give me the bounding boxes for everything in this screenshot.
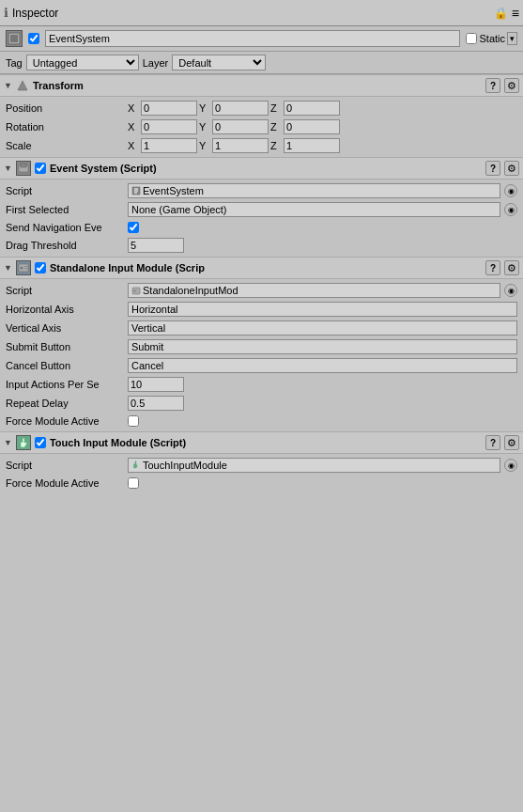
es-script-field[interactable]: EventSystem	[128, 183, 500, 198]
es-drag-threshold-label: Drag Threshold	[6, 240, 128, 251]
pos-y-label: Y	[199, 102, 210, 114]
scale-y-field[interactable]: 1	[212, 138, 269, 153]
svg-rect-12	[24, 268, 27, 269]
tag-select[interactable]: Untagged	[26, 55, 139, 70]
scale-label: Scale	[6, 140, 128, 151]
object-name-field[interactable]: EventSystem	[45, 30, 460, 47]
tim-script-picker[interactable]: ◉	[504, 459, 517, 472]
sim-submit-values: Submit	[128, 339, 517, 354]
event-system-section-header[interactable]: ▼ Event System (Script) ? ⚙	[0, 157, 523, 180]
tim-script-value: TouchInputModule	[143, 460, 227, 471]
es-send-nav-checkbox[interactable]	[128, 222, 139, 233]
touch-gear[interactable]: ⚙	[504, 435, 519, 450]
es-send-nav-values	[128, 222, 517, 233]
event-system-gear[interactable]: ⚙	[504, 161, 519, 176]
transform-section-header[interactable]: ▼ Transform ? ⚙	[0, 74, 523, 97]
pos-z-field[interactable]: 0	[284, 101, 340, 116]
tag-layer-bar: Tag Untagged Layer Default	[0, 52, 523, 74]
tim-force-label: Force Module Active	[6, 477, 128, 489]
position-values: X 0 Y 0 Z 0	[128, 101, 517, 116]
svg-rect-4	[21, 164, 26, 167]
es-script-label: Script	[6, 185, 128, 196]
tim-script-field[interactable]: TouchInputModule	[128, 458, 500, 473]
lock-icon[interactable]: 🔒	[494, 7, 508, 20]
sim-script-label: Script	[6, 285, 128, 296]
rot-z-field[interactable]: 0	[284, 119, 340, 134]
position-row: Position X 0 Y 0 Z 0	[0, 99, 523, 117]
sim-vertical-field[interactable]: Vertical	[128, 320, 517, 336]
svg-rect-1	[10, 35, 18, 42]
es-first-selected-values: None (Game Object) ◉	[128, 202, 517, 217]
touch-icon	[16, 435, 31, 450]
standalone-body: Script StandaloneInputMod ◉ Horizontal A…	[0, 279, 523, 431]
tim-force-checkbox[interactable]	[128, 477, 139, 489]
static-dropdown[interactable]: ▾	[507, 32, 517, 45]
sim-submit-field[interactable]: Submit	[128, 339, 517, 354]
transform-gear[interactable]: ⚙	[504, 78, 519, 93]
event-system-body: Script EventSystem ◉ First Selected None…	[0, 180, 523, 257]
es-drag-threshold-values: 5	[128, 238, 517, 253]
touch-enabled[interactable]	[35, 437, 46, 448]
menu-icon[interactable]: ≡	[512, 6, 519, 21]
scale-x-field[interactable]: 1	[141, 138, 197, 153]
touch-help[interactable]: ?	[485, 435, 500, 450]
sim-repeat-row: Repeat Delay 0.5	[0, 394, 523, 413]
transform-help[interactable]: ?	[485, 78, 500, 93]
tim-script-values: TouchInputModule ◉	[128, 458, 517, 473]
sim-cancel-values: Cancel	[128, 358, 517, 373]
sim-cancel-field[interactable]: Cancel	[128, 358, 517, 373]
rot-x-field[interactable]: 0	[141, 119, 197, 134]
object-enabled-checkbox[interactable]	[28, 33, 39, 44]
transform-body: Position X 0 Y 0 Z 0 Rotation X 0 Y 0 Z …	[0, 97, 523, 157]
svg-rect-13	[132, 288, 140, 294]
event-system-enabled[interactable]	[35, 163, 46, 174]
sim-vertical-values: Vertical	[128, 320, 517, 336]
es-script-picker[interactable]: ◉	[504, 184, 517, 197]
layer-select[interactable]: Default	[172, 55, 266, 70]
svg-marker-2	[18, 81, 27, 90]
static-label: Static	[479, 33, 505, 44]
sim-horizontal-field[interactable]: Horizontal	[128, 302, 517, 317]
rot-x-label: X	[128, 121, 139, 133]
script-icon	[131, 186, 141, 195]
rot-y-field[interactable]: 0	[212, 119, 269, 134]
es-first-selected-row: First Selected None (Game Object) ◉	[0, 200, 523, 219]
sim-script-picker[interactable]: ◉	[504, 284, 517, 297]
pos-x-field[interactable]: 0	[141, 101, 197, 116]
scale-z-field[interactable]: 1	[284, 138, 340, 153]
es-send-nav-row: Send Navigation Eve	[0, 219, 523, 236]
sim-cancel-row: Cancel Button Cancel	[0, 356, 523, 375]
sim-actions-field[interactable]: 10	[128, 377, 184, 392]
es-script-row: Script EventSystem ◉	[0, 181, 523, 200]
standalone-help[interactable]: ?	[485, 260, 500, 275]
es-first-selected-picker[interactable]: ◉	[504, 203, 517, 216]
layer-label: Layer	[143, 57, 169, 69]
standalone-section-header[interactable]: ▼ Standalone Input Module (Scrip ? ⚙	[0, 257, 523, 279]
sim-force-checkbox[interactable]	[128, 415, 139, 427]
standalone-gear[interactable]: ⚙	[504, 260, 519, 275]
sim-force-values	[128, 415, 517, 427]
tim-force-values	[128, 477, 517, 489]
sim-vertical-label: Vertical Axis	[6, 322, 128, 334]
es-first-selected-field[interactable]: None (Game Object)	[128, 202, 500, 217]
touch-section-header[interactable]: ▼ Touch Input Module (Script) ? ⚙	[0, 431, 523, 454]
object-icon	[6, 30, 23, 47]
standalone-icon	[16, 260, 31, 275]
svg-point-14	[133, 289, 135, 291]
rotation-values: X 0 Y 0 Z 0	[128, 119, 517, 134]
info-icon: ℹ	[4, 6, 8, 20]
sim-repeat-values: 0.5	[128, 396, 517, 411]
sim-script-field[interactable]: StandaloneInputMod	[128, 283, 500, 298]
sim-actions-row: Input Actions Per Se 10	[0, 375, 523, 394]
standalone-arrow: ▼	[4, 263, 12, 273]
pos-y-field[interactable]: 0	[212, 101, 269, 116]
scale-y-label: Y	[199, 140, 210, 151]
standalone-enabled[interactable]	[35, 262, 46, 273]
es-drag-threshold-field[interactable]: 5	[128, 238, 184, 253]
static-checkbox[interactable]	[466, 33, 477, 44]
event-system-help[interactable]: ?	[485, 161, 500, 176]
pos-z-label: Z	[270, 102, 282, 114]
sim-repeat-field[interactable]: 0.5	[128, 396, 184, 411]
touch-body: Script TouchInputModule ◉ Force Module A…	[0, 454, 523, 493]
object-checkbox[interactable]	[28, 33, 39, 44]
